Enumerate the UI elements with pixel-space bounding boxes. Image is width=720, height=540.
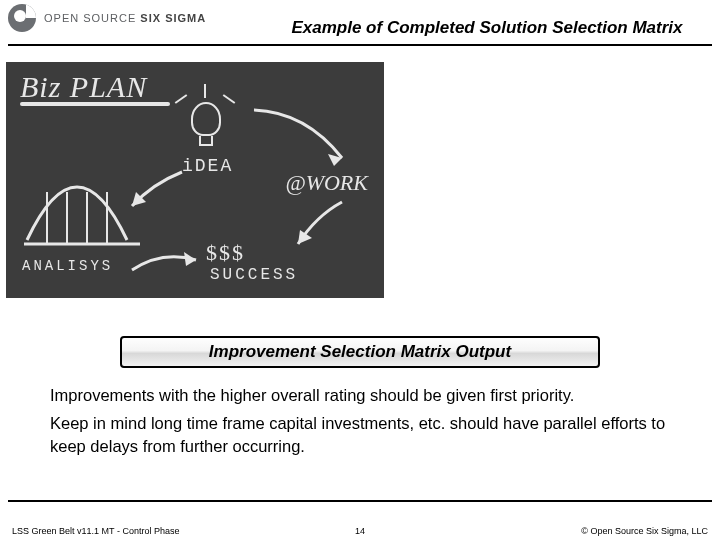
arrow-icon (126, 246, 206, 282)
body-text: Improvements with the higher overall rat… (50, 384, 698, 463)
chalk-biz-text: Biz PLAN (20, 70, 147, 103)
slide-root: OPEN SOURCE SIX SIGMA Example of Complet… (0, 0, 720, 540)
chalk-work: @WORK (285, 170, 368, 196)
arrow-icon (286, 196, 356, 256)
chalkboard-image: Biz PLAN iDEA @WORK ANALISYS $$$ SUCCESS (6, 62, 384, 298)
footer-rule (8, 500, 712, 502)
chalk-biz-plan: Biz PLAN (20, 70, 170, 106)
output-heading: Improvement Selection Matrix Output (209, 342, 511, 362)
brand-mark-icon (8, 4, 36, 32)
brand-open: OPEN SOURCE (44, 12, 136, 24)
lightbulb-icon (178, 92, 234, 148)
footer-right: © Open Source Six Sigma, LLC (581, 526, 708, 536)
page-title: Example of Completed Solution Selection … (268, 18, 706, 38)
output-heading-bar: Improvement Selection Matrix Output (120, 336, 600, 368)
brand-text: OPEN SOURCE SIX SIGMA (44, 12, 206, 24)
chalk-money: $$$ (206, 240, 245, 266)
brand-logo: OPEN SOURCE SIX SIGMA (8, 4, 206, 32)
header: OPEN SOURCE SIX SIGMA Example of Complet… (8, 0, 712, 46)
body-paragraph-1: Improvements with the higher overall rat… (50, 384, 698, 406)
arrow-icon (122, 166, 192, 216)
brand-bold: SIX SIGMA (140, 12, 206, 24)
chalk-success: SUCCESS (210, 266, 298, 284)
body-paragraph-2: Keep in mind long time frame capital inv… (50, 412, 698, 457)
chalk-analysis: ANALISYS (22, 258, 113, 274)
arrow-icon (246, 102, 356, 172)
